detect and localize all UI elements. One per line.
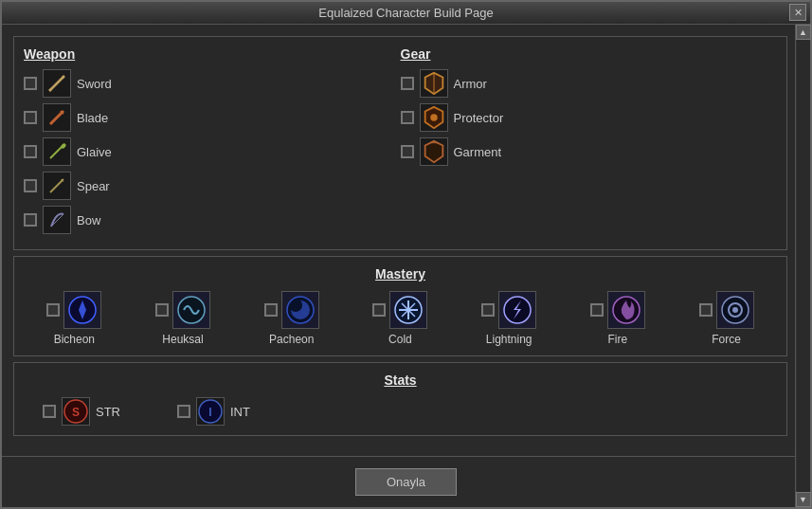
armor-label: Armor [454, 77, 487, 91]
scroll-down-arrow[interactable]: ▼ [796, 492, 811, 507]
cold-icon [389, 291, 427, 329]
weapon-gear-panel: Weapon Sword Blade [13, 36, 787, 250]
fire-item: Fire [585, 291, 651, 346]
main-content: Weapon Sword Blade [2, 25, 810, 456]
force-icon [716, 291, 754, 329]
pacheon-item: Pacheon [259, 291, 325, 346]
list-item: Blade [24, 103, 401, 132]
glaive-label: Glaive [77, 145, 112, 159]
svg-line-3 [50, 111, 63, 124]
heuksal-checkbox[interactable] [155, 303, 169, 317]
gear-title: Gear [401, 46, 778, 62]
svg-point-29 [732, 307, 738, 313]
int-label: INT [230, 405, 250, 419]
stats-title: Stats [24, 373, 777, 388]
int-checkbox[interactable] [177, 405, 190, 418]
bicheon-checkbox[interactable] [46, 303, 60, 317]
window-title: Equlaized Character Build Page [318, 6, 493, 20]
force-label: Force [712, 333, 741, 346]
weapon-section: Weapon Sword Blade [24, 46, 401, 240]
pacheon-icon [281, 291, 319, 329]
svg-text:S: S [72, 406, 80, 419]
int-icon: I [196, 397, 225, 426]
force-item: Force [694, 291, 760, 346]
str-item: S STR [43, 397, 120, 426]
pacheon-label: Pacheon [269, 333, 314, 346]
scroll-track [797, 40, 810, 492]
spear-label: Spear [77, 179, 110, 193]
svg-line-0 [49, 76, 64, 91]
str-icon: S [62, 397, 90, 426]
svg-text:I: I [208, 406, 211, 419]
main-window: Equlaized Character Build Page ✕ ▲ ▼ Wea… [0, 0, 812, 509]
cold-label: Cold [388, 333, 412, 346]
spear-icon [43, 172, 71, 200]
garment-icon [420, 137, 448, 166]
list-item: Garment [401, 137, 778, 166]
armor-checkbox[interactable] [401, 77, 414, 90]
lightning-item: Lightning [476, 291, 542, 346]
sword-icon [43, 69, 71, 98]
str-checkbox[interactable] [43, 405, 56, 418]
cold-item: Cold [367, 291, 433, 346]
spear-checkbox[interactable] [24, 179, 37, 192]
bicheon-item: Bicheon [41, 291, 107, 346]
blade-checkbox[interactable] [24, 111, 37, 124]
int-item: I INT [177, 397, 250, 426]
garment-label: Garment [454, 145, 502, 159]
list-item: Spear [24, 172, 401, 200]
sword-checkbox[interactable] [24, 77, 37, 90]
armor-icon [420, 69, 448, 98]
mastery-title: Mastery [24, 266, 777, 282]
sword-label: Sword [77, 77, 112, 91]
list-item: Bow [24, 206, 401, 234]
mastery-row: Bicheon Heuksal [24, 291, 777, 346]
heuksal-item: Heuksal [150, 291, 216, 346]
protector-checkbox[interactable] [401, 111, 414, 124]
str-label: STR [96, 405, 120, 419]
svg-point-13 [430, 114, 437, 120]
bow-icon [43, 206, 71, 234]
stats-panel: Stats S STR I INT [13, 362, 787, 436]
bicheon-icon [63, 291, 101, 329]
cold-checkbox[interactable] [372, 303, 386, 317]
list-item: Sword [24, 69, 401, 98]
fire-checkbox[interactable] [590, 303, 604, 317]
svg-line-7 [50, 179, 63, 192]
gear-section: Gear Armor Protector [401, 46, 778, 240]
protector-icon [420, 103, 448, 132]
list-item: Protector [401, 103, 778, 132]
list-item: Glaive [24, 137, 401, 166]
stats-row: S STR I INT [24, 397, 777, 426]
bicheon-label: Bicheon [54, 333, 95, 346]
lightning-label: Lightning [486, 333, 532, 346]
fire-icon [607, 291, 645, 329]
glaive-checkbox[interactable] [24, 145, 37, 158]
force-checkbox[interactable] [699, 303, 713, 317]
close-button[interactable]: ✕ [789, 4, 806, 21]
scroll-up-arrow[interactable]: ▲ [796, 25, 811, 40]
lightning-icon [498, 291, 536, 329]
title-bar: Equlaized Character Build Page ✕ [2, 2, 810, 25]
bow-label: Bow [77, 213, 100, 227]
heuksal-label: Heuksal [162, 333, 203, 346]
weapon-title: Weapon [24, 46, 401, 62]
blade-label: Blade [77, 111, 108, 125]
lightning-checkbox[interactable] [481, 303, 495, 317]
bow-checkbox[interactable] [24, 213, 37, 227]
list-item: Armor [401, 69, 778, 98]
blade-icon [43, 103, 71, 132]
mastery-panel: Mastery Bicheon [13, 256, 787, 356]
protector-label: Protector [454, 111, 504, 125]
fire-label: Fire [608, 333, 628, 346]
heuksal-icon [172, 291, 210, 329]
pacheon-checkbox[interactable] [264, 303, 278, 317]
garment-checkbox[interactable] [401, 145, 414, 158]
ok-button[interactable]: Onayla [355, 468, 457, 496]
scrollbar: ▲ ▼ [795, 25, 810, 507]
footer: Onayla [2, 456, 810, 507]
svg-marker-14 [424, 141, 442, 162]
glaive-icon [43, 137, 71, 166]
